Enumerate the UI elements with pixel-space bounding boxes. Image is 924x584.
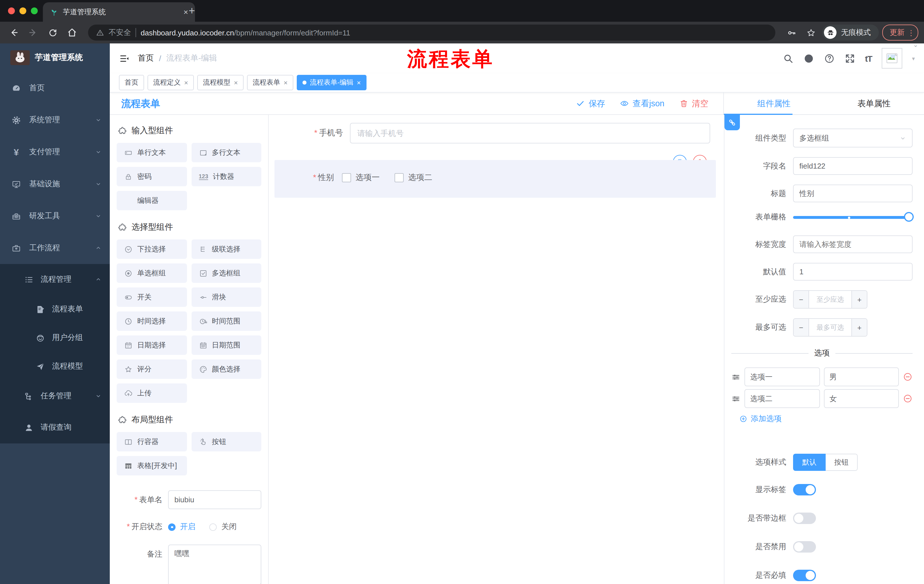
bookmark-star-icon[interactable] — [803, 25, 819, 41]
password-key-icon[interactable] — [783, 25, 799, 41]
zoom-window-button[interactable] — [31, 7, 38, 14]
canvas-phone-field[interactable]: *手机号 — [282, 123, 710, 143]
forward-button[interactable] — [25, 25, 41, 41]
selected-component-gender[interactable]: *性别 选项一 选项二 — [274, 160, 716, 198]
close-window-button[interactable] — [8, 7, 15, 14]
sidebar-item-user-group[interactable]: 用户分组 — [0, 323, 110, 352]
form-name-input[interactable] — [168, 490, 261, 509]
view-json-button[interactable]: 查看json — [620, 98, 664, 109]
radio-on-label[interactable]: 开启 — [180, 522, 196, 532]
tag-home[interactable]: 首页 — [119, 75, 144, 90]
pill-color-picker[interactable]: 颜色选择 — [191, 359, 261, 379]
decrease-button[interactable]: − — [794, 291, 809, 308]
option-1-value-input[interactable] — [823, 367, 899, 386]
slider-handle[interactable] — [904, 212, 914, 222]
gender-option-1[interactable]: 选项一 — [342, 173, 380, 183]
fullscreen-icon[interactable] — [845, 53, 855, 64]
phone-input[interactable] — [350, 123, 710, 143]
title-input[interactable] — [793, 184, 912, 202]
form-canvas[interactable]: *手机号 *性别 选项一 选项二 — [269, 115, 724, 584]
reload-button[interactable] — [45, 25, 61, 41]
decrease-button[interactable]: − — [794, 319, 809, 336]
sidebar-item-infrastructure[interactable]: 基础设施 — [0, 168, 110, 200]
tag-process-model[interactable]: 流程模型 × — [197, 75, 244, 90]
pill-single-line-text[interactable]: 单行文本 — [117, 143, 187, 162]
tag-process-definition[interactable]: 流程定义 × — [147, 75, 194, 90]
required-toggle[interactable] — [793, 570, 816, 581]
pill-switch[interactable]: 开关 — [117, 288, 187, 307]
github-icon[interactable] — [804, 53, 814, 64]
new-tab-button[interactable]: + — [189, 5, 195, 17]
sidebar-item-system[interactable]: 系统管理 — [0, 104, 110, 136]
sidebar-item-task-management[interactable]: 任务管理 — [0, 380, 110, 411]
increase-button[interactable]: + — [851, 319, 867, 336]
pill-rate[interactable]: 评分 — [117, 359, 187, 379]
gender-option-2[interactable]: 选项二 — [394, 173, 432, 183]
pill-date-picker[interactable]: 日期选择 — [117, 336, 187, 355]
help-icon[interactable] — [824, 53, 835, 64]
save-button[interactable]: 保存 — [576, 98, 605, 109]
pill-row-container[interactable]: 行容器 — [117, 432, 187, 451]
pill-time-picker[interactable]: 时间选择 — [117, 311, 187, 331]
sidebar-item-payment[interactable]: ¥ 支付管理 — [0, 136, 110, 168]
remove-option-icon[interactable] — [903, 394, 912, 403]
checkbox-icon[interactable] — [394, 173, 404, 182]
sidebar-item-devtools[interactable]: 研发工具 — [0, 200, 110, 232]
pill-button[interactable]: 按钮 — [191, 432, 261, 451]
logo-row[interactable]: 芋道管理系统 — [0, 43, 110, 72]
font-size-icon[interactable]: tT — [865, 53, 872, 63]
browser-menu-dots-icon[interactable]: ⋮ — [908, 28, 915, 37]
search-icon[interactable] — [783, 53, 794, 64]
tag-process-form-edit[interactable]: 流程表单-编辑 × — [297, 75, 366, 90]
close-icon[interactable]: × — [234, 79, 238, 87]
close-icon[interactable]: × — [284, 79, 288, 87]
remove-option-icon[interactable] — [903, 372, 912, 382]
pill-editor[interactable]: 编辑器 — [117, 191, 187, 210]
show-label-toggle[interactable] — [793, 484, 816, 495]
sidebar-item-process-management[interactable]: 流程管理 — [0, 264, 110, 295]
sidebar-item-process-model[interactable]: 流程模型 — [0, 352, 110, 380]
tab-form-props[interactable]: 表单属性 — [824, 92, 924, 114]
checkbox-icon[interactable] — [342, 173, 351, 182]
close-icon[interactable]: × — [357, 79, 361, 87]
grid-slider[interactable] — [793, 212, 912, 222]
default-value-input[interactable] — [793, 263, 912, 281]
component-type-select[interactable]: 多选框组 — [793, 128, 912, 147]
radio-on[interactable] — [168, 523, 175, 531]
sidebar-item-process-form[interactable]: 流程表单 — [0, 295, 110, 323]
max-select-input[interactable] — [809, 319, 851, 336]
drag-handle-icon[interactable] — [731, 394, 741, 403]
pill-cascader[interactable]: 级联选择 — [191, 239, 261, 259]
sidebar-item-leave-query[interactable]: 请假查询 — [0, 411, 110, 443]
pill-select[interactable]: 下拉选择 — [117, 239, 187, 259]
add-option-button[interactable]: 添加选项 — [739, 414, 912, 424]
slider-track[interactable] — [793, 216, 912, 219]
sidebar-item-workflow[interactable]: 工作流程 — [0, 232, 110, 264]
radio-off[interactable] — [209, 523, 217, 531]
tag-process-form[interactable]: 流程表单 × — [247, 75, 293, 90]
pill-date-range[interactable]: 日期范围 — [191, 336, 261, 355]
clear-button[interactable]: 清空 — [679, 98, 708, 109]
pill-time-range[interactable]: 时间范围 — [191, 311, 261, 331]
minimize-window-button[interactable] — [20, 7, 26, 14]
label-width-input[interactable] — [793, 235, 912, 253]
browser-tab[interactable]: 芋道管理系统 × — [43, 2, 195, 22]
radio-off-label[interactable]: 关闭 — [221, 522, 237, 532]
pill-counter[interactable]: 123计数器 — [191, 167, 261, 186]
home-button[interactable] — [64, 25, 80, 41]
link-tab[interactable] — [724, 115, 740, 130]
breadcrumb-home[interactable]: 首页 — [138, 53, 154, 63]
option-1-label-input[interactable] — [744, 367, 820, 386]
drag-handle-icon[interactable] — [731, 372, 741, 382]
address-bar[interactable]: 不安全 dashboard.yudao.iocoder.cn/bpm/manag… — [88, 25, 776, 41]
tab-component-props[interactable]: 组件属性 — [724, 92, 824, 114]
avatar[interactable] — [882, 48, 902, 69]
pill-radio-group[interactable]: 单选框组 — [117, 263, 187, 283]
pill-checkbox-group[interactable]: 多选框组 — [191, 263, 261, 283]
pill-slider[interactable]: 滑块 — [191, 288, 261, 307]
tab-close-icon[interactable]: × — [183, 8, 188, 16]
pill-multi-line-text[interactable]: 多行文本 — [191, 143, 261, 162]
pill-table[interactable]: 表格[开发中] — [117, 456, 187, 475]
form-remark-textarea[interactable]: 嘿嘿 — [168, 545, 261, 584]
disabled-toggle[interactable] — [793, 541, 816, 553]
